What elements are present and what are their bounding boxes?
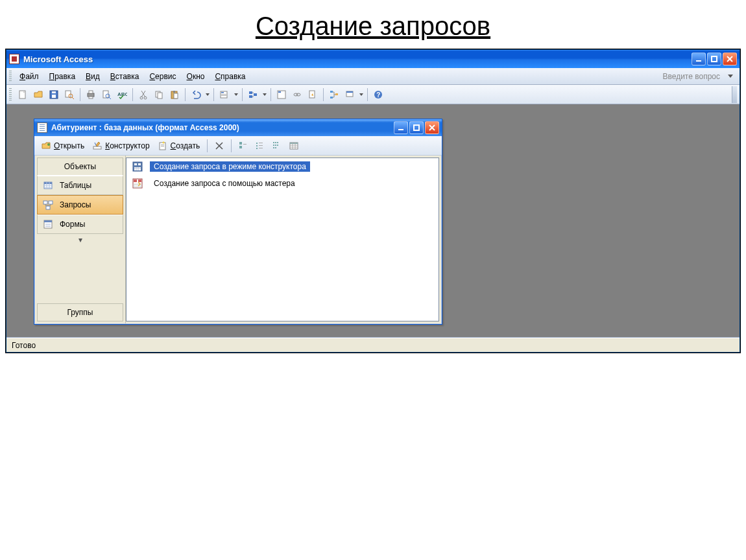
paste-icon[interactable] <box>167 88 182 102</box>
svg-rect-8 <box>88 93 94 97</box>
cut-icon[interactable] <box>136 88 150 102</box>
sidebar-expand-icon[interactable]: ▾ <box>35 234 125 247</box>
db-close-button[interactable] <box>425 121 439 134</box>
database-body: Объекты Таблицы Запросы Формы ▾ Групп <box>34 156 442 324</box>
svg-rect-76 <box>134 163 137 165</box>
small-icons-view-icon[interactable] <box>253 139 267 153</box>
svg-rect-34 <box>330 97 333 99</box>
design-icon <box>92 141 102 151</box>
sidebar-header-objects[interactable]: Объекты <box>37 158 123 176</box>
svg-rect-58 <box>277 142 278 143</box>
list-item-wizard[interactable]: Создание запроса с помощью мастера <box>126 175 439 192</box>
open-folder-icon <box>41 141 51 151</box>
svg-rect-1 <box>712 56 717 62</box>
svg-rect-27 <box>254 93 257 96</box>
svg-rect-5 <box>52 91 56 93</box>
open-icon[interactable] <box>31 88 45 102</box>
help-search-dropdown-icon <box>728 75 733 78</box>
svg-rect-45 <box>161 145 164 145</box>
list-item-design-view[interactable]: Создание запроса в режиме конструктора <box>126 158 439 175</box>
help-search-box[interactable]: Введите вопрос <box>663 72 738 81</box>
analyze-icon[interactable] <box>246 88 260 102</box>
open-button[interactable]: Открыть <box>38 139 87 152</box>
menubar-handle[interactable] <box>9 71 12 82</box>
objects-sidebar: Объекты Таблицы Запросы Формы ▾ Групп <box>35 156 126 323</box>
list-view-icon[interactable] <box>270 139 284 153</box>
print-preview-icon[interactable] <box>99 88 114 102</box>
menu-help[interactable]: Справка <box>210 70 250 83</box>
database-titlebar: Абитуриент : база данных (формат Access … <box>34 119 442 136</box>
undo-icon[interactable] <box>189 88 203 102</box>
create-label: оздать <box>176 141 200 150</box>
maximize-button[interactable] <box>707 52 721 65</box>
menu-edit[interactable]: Правка <box>44 70 81 83</box>
relationships-icon[interactable] <box>327 88 341 102</box>
db-maximize-button[interactable] <box>409 121 424 134</box>
svg-rect-26 <box>249 95 252 98</box>
forms-icon <box>43 219 53 229</box>
toolbar-handle[interactable] <box>9 88 12 101</box>
design-button[interactable]: Конструктор <box>90 139 152 152</box>
new-object-icon[interactable] <box>343 88 357 102</box>
help-icon[interactable]: ? <box>371 88 385 102</box>
wizard-icon <box>132 178 143 189</box>
sidebar-header-groups[interactable]: Группы <box>37 303 123 321</box>
sidebar-item-tables[interactable]: Таблицы <box>37 176 123 195</box>
new-icon[interactable] <box>16 88 30 102</box>
delete-icon[interactable] <box>212 139 226 153</box>
main-toolbar: ABC ? <box>6 85 740 104</box>
office-links-icon[interactable] <box>217 88 232 102</box>
spellcheck-icon[interactable]: ABC <box>115 88 129 102</box>
menu-view[interactable]: Вид <box>80 70 105 83</box>
large-icons-view-icon[interactable] <box>236 139 250 153</box>
database-toolbar: Открыть Конструктор Создать <box>34 136 442 156</box>
svg-text:?: ? <box>376 91 380 99</box>
menu-window[interactable]: Окно <box>182 70 210 83</box>
sidebar-item-forms[interactable]: Формы <box>37 215 123 234</box>
svg-rect-77 <box>138 163 141 165</box>
svg-rect-50 <box>256 143 258 144</box>
analyze-dropdown[interactable] <box>261 93 267 96</box>
new-object-dropdown[interactable] <box>358 93 364 96</box>
minimize-button[interactable] <box>692 52 706 65</box>
svg-rect-73 <box>45 224 51 225</box>
svg-rect-65 <box>290 143 298 144</box>
search-icon[interactable] <box>62 88 77 102</box>
svg-rect-10 <box>89 97 93 99</box>
svg-rect-17 <box>158 93 162 99</box>
svg-rect-24 <box>221 95 226 96</box>
sidebar-label-tables: Таблицы <box>60 181 91 190</box>
db-minimize-button[interactable] <box>394 121 408 134</box>
print-icon[interactable] <box>84 88 98 102</box>
menubar: Файл Правка Вид Вставка Сервис Окно Спра… <box>6 68 740 85</box>
status-text: Готово <box>12 341 36 350</box>
save-icon[interactable] <box>47 88 61 102</box>
details-view-icon[interactable] <box>287 139 301 153</box>
sidebar-label-forms: Формы <box>60 220 85 229</box>
copy-icon[interactable] <box>152 88 166 102</box>
undo-dropdown[interactable] <box>204 93 210 96</box>
svg-rect-80 <box>134 180 137 182</box>
svg-rect-46 <box>161 146 164 146</box>
create-button[interactable]: Создать <box>155 139 203 152</box>
link-icon[interactable] <box>290 88 304 102</box>
close-button[interactable] <box>723 52 737 65</box>
svg-rect-57 <box>275 142 276 143</box>
menu-insert[interactable]: Вставка <box>105 70 145 83</box>
svg-rect-47 <box>239 142 242 145</box>
office-links-dropdown[interactable] <box>233 93 239 96</box>
svg-rect-69 <box>49 201 53 204</box>
menu-file[interactable]: Файл <box>14 70 44 83</box>
svg-rect-51 <box>256 145 258 146</box>
toolbar-overflow[interactable] <box>732 86 737 103</box>
properties-icon[interactable] <box>306 88 320 102</box>
code-icon[interactable] <box>274 88 289 102</box>
sidebar-item-queries[interactable]: Запросы <box>37 195 123 215</box>
svg-rect-0 <box>696 60 701 62</box>
svg-rect-37 <box>346 91 353 93</box>
slide-title: Создание запросов <box>0 0 746 49</box>
svg-rect-48 <box>239 146 242 148</box>
open-label: ткрыть <box>60 141 84 150</box>
menu-tools[interactable]: Сервис <box>144 70 181 83</box>
svg-rect-19 <box>173 91 175 93</box>
